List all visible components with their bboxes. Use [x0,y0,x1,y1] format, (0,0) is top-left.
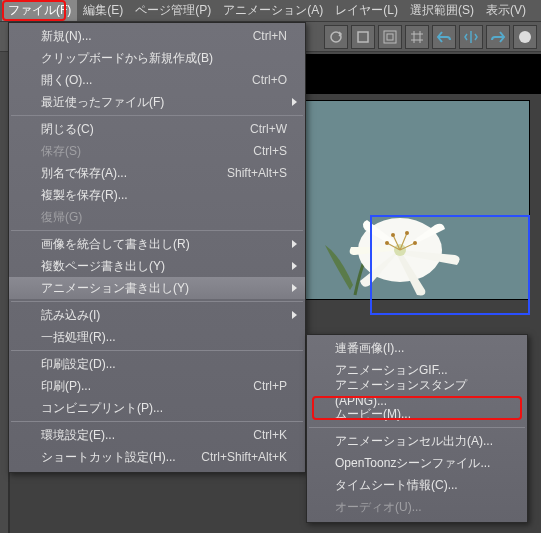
submenu-item[interactable]: 連番画像(I)... [307,337,527,359]
separator [11,421,303,422]
menu-item-label: 新規(N)... [41,28,92,45]
menu-item[interactable]: 一括処理(R)... [9,326,305,348]
tool-flip-icon[interactable] [459,25,483,49]
menu-item-label: 印刷設定(D)... [41,356,116,373]
menu-item-shortcut: Ctrl+K [253,428,287,442]
menu-item-shortcut: Ctrl+W [250,122,287,136]
svg-rect-2 [384,31,396,43]
tool-rotate-right-icon[interactable] [486,25,510,49]
svg-point-4 [519,31,531,43]
submenu-item[interactable]: アニメーションセル出力(A)... [307,430,527,452]
menu-item[interactable]: 別名で保存(A)...Shift+Alt+S [9,162,305,184]
menu-page[interactable]: ページ管理(P) [129,0,217,21]
menu-item[interactable]: 新規(N)...Ctrl+N [9,25,305,47]
menu-layer[interactable]: レイヤー(L) [329,0,404,21]
menu-item-label: 複数ページ書き出し(Y) [41,258,165,275]
menu-item-shortcut: Ctrl+P [253,379,287,393]
menu-item-label: 一括処理(R)... [41,329,116,346]
menu-item-label: 読み込み(I) [41,307,100,324]
menu-item-label: 印刷(P)... [41,378,91,395]
menu-item-label: アニメーション書き出し(Y) [41,280,189,297]
menu-item-label: コンビニプリント(P)... [41,400,163,417]
menu-item[interactable]: 複製を保存(R)... [9,184,305,206]
animation-export-submenu: 連番画像(I)...アニメーションGIF...アニメーションスタンプ(APNG)… [306,334,528,523]
tool-rotate-left-icon[interactable] [432,25,456,49]
menu-item-shortcut: Shift+Alt+S [227,166,287,180]
menu-item[interactable]: ショートカット設定(H)...Ctrl+Shift+Alt+K [9,446,305,468]
menu-item[interactable]: アニメーション書き出し(Y) [9,277,305,299]
menu-item-label: ショートカット設定(H)... [41,449,176,466]
menu-item[interactable]: 最近使ったファイル(F) [9,91,305,113]
submenu-item-label: アニメーションセル出力(A)... [335,433,493,450]
submenu-item-label: オーディオ(U)... [335,499,422,516]
submenu-item: オーディオ(U)... [307,496,527,518]
menu-select[interactable]: 選択範囲(S) [404,0,480,21]
menu-item-label: 複製を保存(R)... [41,187,128,204]
menu-item-label: 別名で保存(A)... [41,165,127,182]
menu-item-label: 環境設定(E)... [41,427,115,444]
menu-item-label: 閉じる(C) [41,121,94,138]
menu-edit[interactable]: 編集(E) [77,0,129,21]
menu-file[interactable]: ファイル(F) [2,0,77,21]
menu-item: 保存(S)Ctrl+S [9,140,305,162]
menu-item-label: 復帰(G) [41,209,82,226]
menu-item[interactable]: 開く(O)...Ctrl+O [9,69,305,91]
menu-item[interactable]: 印刷(P)...Ctrl+P [9,375,305,397]
menu-item: 復帰(G) [9,206,305,228]
submenu-item-label: OpenToonzシーンファイル... [335,455,490,472]
menu-item[interactable]: 読み込み(I) [9,304,305,326]
submenu-item[interactable]: OpenToonzシーンファイル... [307,452,527,474]
menu-item-label: 最近使ったファイル(F) [41,94,164,111]
submenu-item-label: アニメーションスタンプ(APNG)... [335,377,509,408]
menu-item[interactable]: 複数ページ書き出し(Y) [9,255,305,277]
menu-item-label: 開く(O)... [41,72,92,89]
separator [11,350,303,351]
svg-rect-3 [387,34,393,40]
tool-rotate-icon[interactable] [324,25,348,49]
menu-item-shortcut: Ctrl+Shift+Alt+K [201,450,287,464]
menu-item-label: クリップボードから新規作成(B) [41,50,213,67]
separator [11,115,303,116]
menu-item[interactable]: 印刷設定(D)... [9,353,305,375]
menu-item[interactable]: 画像を統合して書き出し(R) [9,233,305,255]
menu-item-shortcut: Ctrl+N [253,29,287,43]
menu-item[interactable]: コンビニプリント(P)... [9,397,305,419]
file-dropdown: 新規(N)...Ctrl+Nクリップボードから新規作成(B)開く(O)...Ct… [8,22,306,473]
menubar: ファイル(F) 編集(E) ページ管理(P) アニメーション(A) レイヤー(L… [0,0,541,22]
tool-circle-icon[interactable] [513,25,537,49]
tool-grid-icon[interactable] [405,25,429,49]
menu-view[interactable]: 表示(V) [480,0,532,21]
menu-item[interactable]: 環境設定(E)...Ctrl+K [9,424,305,446]
menu-item[interactable]: 閉じる(C)Ctrl+W [9,118,305,140]
tool-square-icon[interactable] [351,25,375,49]
submenu-item[interactable]: アニメーションスタンプ(APNG)... [307,381,527,403]
separator [309,427,525,428]
submenu-item-label: 連番画像(I)... [335,340,404,357]
separator [11,230,303,231]
menu-item[interactable]: クリップボードから新規作成(B) [9,47,305,69]
selection-rectangle[interactable] [370,215,530,315]
submenu-item-label: タイムシート情報(C)... [335,477,458,494]
menu-animation[interactable]: アニメーション(A) [217,0,329,21]
tool-frame-icon[interactable] [378,25,402,49]
submenu-item[interactable]: タイムシート情報(C)... [307,474,527,496]
menu-item-label: 画像を統合して書き出し(R) [41,236,190,253]
submenu-item-label: ムービー(M)... [335,406,411,423]
separator [11,301,303,302]
menu-item-shortcut: Ctrl+S [253,144,287,158]
menu-item-shortcut: Ctrl+O [252,73,287,87]
blackout-area [306,54,541,94]
menu-item-label: 保存(S) [41,143,81,160]
svg-rect-1 [358,32,368,42]
